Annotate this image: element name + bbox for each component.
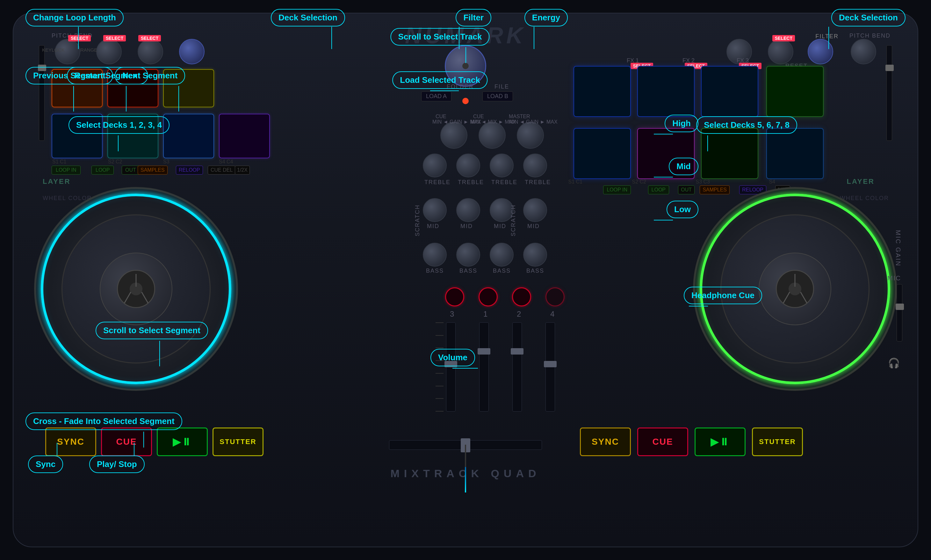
mic-label: MIC [887,275,901,282]
fx2-label: FX 2 [682,57,695,64]
left-cue-btn[interactable]: CUE [101,428,152,456]
left-knob-3[interactable] [138,39,163,65]
callout-select-decks-5678: Select Decks 5, 6, 7, 8 [696,116,797,134]
scratch-label-right: SCRATCH [510,205,517,236]
right-select-1: SELECT [772,35,795,42]
left-jog-wheel[interactable] [34,187,238,391]
cue-btn-4[interactable] [545,287,565,306]
mid-knob-4[interactable] [523,198,547,222]
callout-play-stop: Play/ Stop [89,455,145,473]
channel-4-fader[interactable] [545,322,555,412]
treble-knob-2[interactable] [456,154,480,177]
callout-filter: Filter [455,9,491,26]
right-pad-1[interactable] [574,128,631,179]
cue-gain-knob[interactable] [440,122,468,149]
cue-btn-3[interactable] [445,287,464,306]
right-filter-label: FILTER [816,33,839,40]
right-play-btn[interactable]: ▶⏸ [695,428,746,456]
callout-mid: Mid [669,158,699,175]
file-label: FILE [494,83,509,90]
left-knob-2[interactable] [96,39,122,65]
left-pad-7[interactable] [219,114,270,158]
loop-in-btn[interactable]: LOOP IN [52,166,81,175]
treble-knob-1[interactable] [423,154,447,177]
bass-knob-1[interactable] [423,243,447,267]
master-gain-knob[interactable] [517,122,544,149]
right-loop-in-btn[interactable]: LOOP IN [603,185,631,194]
loop-out-btn[interactable]: OUT [122,166,140,175]
select-indicator-1: SELECT [68,35,91,42]
cue-btn-2[interactable] [512,287,531,306]
right-sync-btn[interactable]: SYNC [580,428,631,456]
reloop-btn[interactable]: RELOOP [176,166,203,175]
right-pitch-bend-knob[interactable] [851,39,876,65]
left-filter-knob[interactable] [179,39,205,65]
treble-knob-3[interactable] [490,154,514,177]
right-fx-pad-1[interactable] [574,66,631,117]
right-loop-btn[interactable]: LOOP [648,185,669,194]
controller-body: Numark MIXTRACK QUAD PITCH BEND SELECT S… [13,13,918,547]
callout-headphone-cue: Headphone Cue [684,287,762,304]
half-btn[interactable]: 1/2X [235,166,250,175]
mid-knob-1[interactable] [423,198,447,222]
right-knob-2[interactable] [768,39,793,65]
right-pad-4[interactable] [766,128,823,179]
right-pitch-bend-label: PITCH BEND [849,32,891,39]
cue-del-btn[interactable]: CUE DEL [208,166,235,175]
right-pad-label-s4: S4 [769,179,775,185]
mic-gain-label: MIC GAIN [894,230,902,267]
right-pad-label-s3: S3 C3 [696,179,710,185]
bass-knob-2[interactable] [456,243,480,267]
right-pad-label-s2: S2 C2 [632,179,646,185]
callout-cross-fade: Cross - Fade Into Selected Segment [26,412,182,430]
keylock-label: KEYLOCK [42,47,65,52]
right-fx-pad-4[interactable] [766,66,823,117]
bass-label-4: BASS [526,268,544,274]
right-pad-label-s1: S1 C1 [568,179,582,185]
callout-low: Low [666,201,699,218]
right-loop-out-btn[interactable]: OUT [678,185,695,194]
channel-3-label: 3 [450,310,454,318]
left-play-btn[interactable]: ▶⏸ [157,428,208,456]
callout-deck-selection-left: Deck Selection [271,9,345,26]
left-sync-btn[interactable]: SYNC [45,428,96,456]
cue-btn-1[interactable] [479,287,498,306]
right-fx-pad-2[interactable] [637,66,695,117]
center-progress-bar [465,445,466,492]
samples-btn[interactable]: SAMPLES [138,166,168,175]
right-samples-btn[interactable]: SAMPLES [700,185,729,194]
right-pad-3[interactable] [701,128,758,179]
callout-change-loop-length: Change Loop Length [26,9,124,26]
right-pitch-fader[interactable] [886,45,892,141]
treble-knob-4[interactable] [523,154,547,177]
right-cue-btn[interactable]: CUE [637,428,688,456]
channel-1-label: 1 [483,310,488,318]
left-layer-label: LAYER [43,177,71,186]
channel-3-fader[interactable] [446,322,455,412]
load-a-btn[interactable]: LOAD A [421,91,451,101]
right-fx-pad-3[interactable] [701,66,758,117]
channel-1-fader[interactable] [479,322,489,412]
loop-btn[interactable]: LOOP [91,166,114,175]
treble-label-2: TREBLE [458,179,484,186]
channel-2-fader[interactable] [512,322,522,412]
right-stutter-btn[interactable]: STUTTER [752,428,803,456]
right-wheel-color-label: WHEEL COLOR [840,195,889,202]
mid-knob-2[interactable] [456,198,480,222]
bass-knob-4[interactable] [523,243,547,267]
pad-label-s3: S3 [163,159,169,165]
fx1-label: FX 1 [627,57,639,64]
cue-mix-knob[interactable] [479,122,506,149]
load-b-btn[interactable]: LOAD B [482,91,513,101]
callout-energy: Energy [525,9,568,26]
bass-label-2: BASS [459,268,477,274]
mic-gain-slider[interactable] [897,284,902,342]
right-filter-knob[interactable] [808,39,833,65]
left-stutter-btn[interactable]: STUTTER [212,428,263,456]
mid-label-4: MID [527,223,540,230]
right-layer-label: LAYER [846,177,875,186]
left-pitch-fader[interactable] [39,45,45,141]
left-pad-6[interactable] [163,114,214,158]
callout-scroll-to-select-track: Scroll to Select Track [390,28,489,46]
bass-knob-3[interactable] [490,243,514,267]
